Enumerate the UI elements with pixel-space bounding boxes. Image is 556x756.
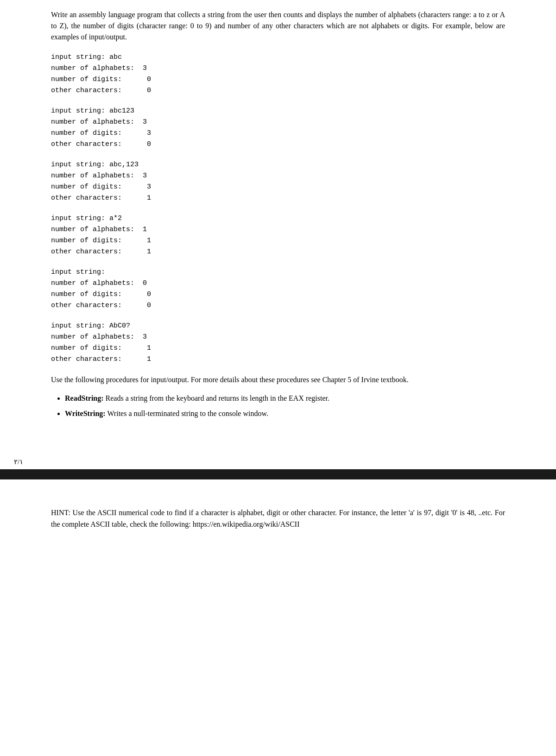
example-4: input string: a*2 number of alphabets: 1…: [51, 213, 505, 258]
hint-text: HINT: Use the ASCII numerical code to fi…: [51, 507, 505, 530]
description-paragraph: Write an assembly language program that …: [51, 9, 505, 43]
list-item-readstring: ReadString: Reads a string from the keyb…: [65, 393, 505, 404]
writestring-label: WriteString: Writes a null-terminated st…: [65, 410, 268, 417]
readstring-label: ReadString: Reads a string from the keyb…: [65, 394, 329, 402]
example-6: input string: AbC0? number of alphabets:…: [51, 321, 505, 365]
example-1: input string: abc number of alphabets: 3…: [51, 52, 505, 96]
list-item-writestring: WriteString: Writes a null-terminated st…: [65, 408, 505, 420]
page-number: ۲/۱: [14, 458, 23, 466]
hint-section: HINT: Use the ASCII numerical code to fi…: [0, 479, 556, 544]
procedures-intro: Use the following procedures for input/o…: [51, 374, 505, 386]
main-content: Write an assembly language program that …: [0, 0, 556, 432]
page-divider: [0, 469, 556, 479]
example-2: input string: abc123 number of alphabets…: [51, 106, 505, 150]
example-3: input string: abc,123 number of alphabet…: [51, 159, 505, 204]
page-container: Write an assembly language program that …: [0, 0, 556, 756]
example-5: input string: number of alphabets: 0 num…: [51, 267, 505, 311]
procedures-list: ReadString: Reads a string from the keyb…: [65, 393, 505, 420]
